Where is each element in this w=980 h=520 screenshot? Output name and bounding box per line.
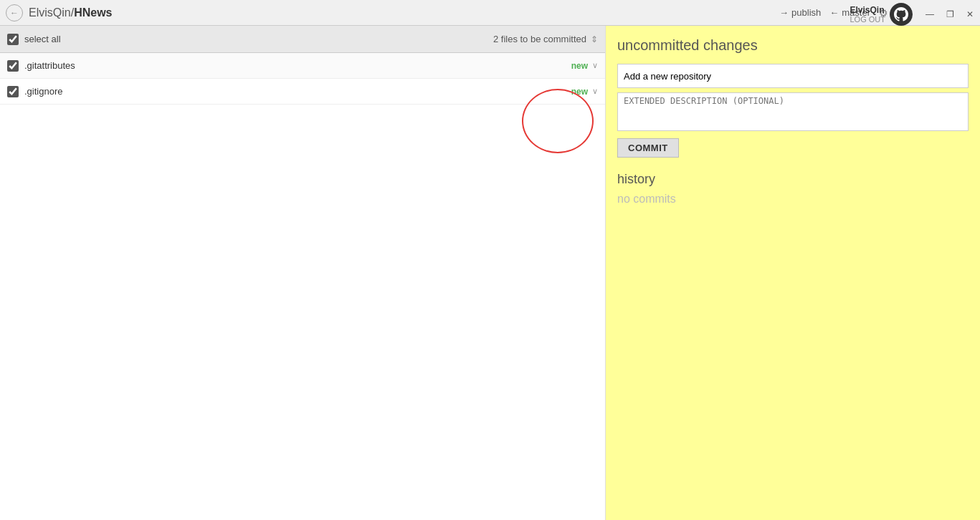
- sort-icon[interactable]: ⇕: [591, 34, 598, 44]
- no-commits-label: no commits: [617, 193, 969, 206]
- select-all-label: select all: [24, 34, 493, 44]
- left-panel: select all 2 files to be committed ⇕ .gi…: [0, 26, 606, 520]
- github-logo: [890, 3, 913, 26]
- user-area: ElvisQin LOG OUT: [842, 0, 920, 29]
- commit-button[interactable]: COMMIT: [617, 138, 679, 158]
- close-button[interactable]: ✕: [960, 1, 980, 27]
- back-button[interactable]: ←: [6, 4, 23, 21]
- file-checkbox-gitattributes[interactable]: [7, 60, 19, 72]
- username-label: ElvisQin: [29, 6, 71, 19]
- reponame-label: HNews: [74, 6, 112, 19]
- file-name-gitattributes: .gitattributes: [24, 60, 571, 71]
- main-layout: select all 2 files to be committed ⇕ .gi…: [0, 26, 980, 520]
- table-row: .gitattributes new ∨: [0, 53, 605, 79]
- history-section: history no commits: [617, 172, 969, 206]
- history-title: history: [617, 172, 969, 187]
- file-checkbox-gitignore[interactable]: [7, 86, 19, 97]
- commit-description-input[interactable]: [617, 92, 969, 131]
- file-status-gitignore: new: [571, 87, 588, 97]
- publish-arrow-icon: →︎: [779, 7, 789, 18]
- minimize-button[interactable]: —: [920, 1, 940, 27]
- expand-icon-gitattributes[interactable]: ∨: [592, 61, 598, 70]
- publish-button[interactable]: →︎ publish: [779, 7, 821, 18]
- files-count: 2 files to be committed: [493, 34, 586, 44]
- repo-title: ElvisQin/HNews: [29, 6, 779, 19]
- logout-button[interactable]: LOG OUT: [850, 15, 885, 24]
- branch-icon: ←︎: [829, 7, 839, 18]
- file-status-gitattributes: new: [571, 61, 588, 71]
- publish-label: publish: [791, 7, 821, 18]
- user-username: ElvisQin: [850, 5, 885, 15]
- file-name-gitignore: .gitignore: [24, 86, 571, 97]
- right-panel: uncommitted changes COMMIT history no co…: [606, 26, 980, 520]
- select-all-checkbox[interactable]: [7, 34, 19, 45]
- maximize-button[interactable]: ❐: [940, 1, 960, 27]
- window-controls: ElvisQin LOG OUT — ❐ ✕: [842, 0, 980, 29]
- user-info: ElvisQin LOG OUT: [850, 5, 885, 24]
- expand-icon-gitignore[interactable]: ∨: [592, 87, 598, 96]
- title-bar: ← ElvisQin/HNews →︎ publish ←︎ master ⚙ …: [0, 0, 980, 26]
- uncommitted-title: uncommitted changes: [617, 37, 969, 54]
- commit-message-input[interactable]: [617, 64, 969, 88]
- table-row: .gitignore new ∨: [0, 79, 605, 105]
- files-header: select all 2 files to be committed ⇕: [0, 26, 605, 53]
